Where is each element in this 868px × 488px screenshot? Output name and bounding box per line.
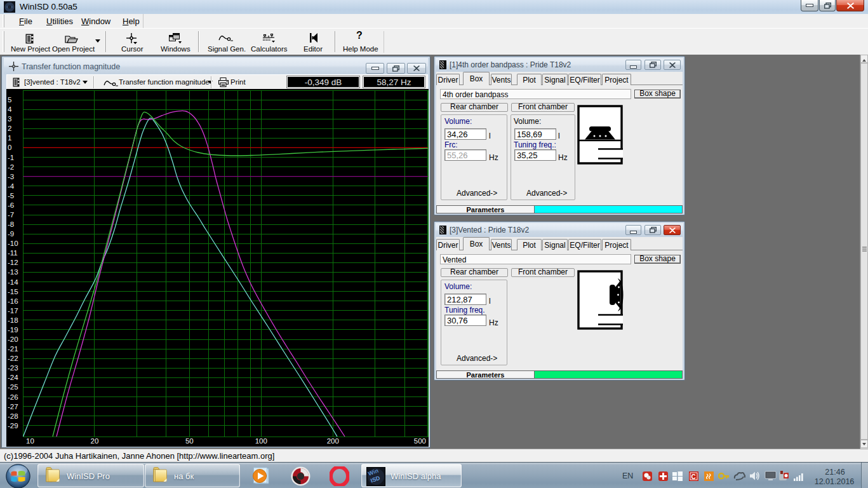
svg-text:-14: -14 (8, 278, 18, 286)
svg-text:20: 20 (91, 437, 99, 445)
svg-text:-12: -12 (8, 259, 18, 266)
svg-text:0: 0 (8, 144, 11, 151)
svg-text:-17: -17 (8, 307, 18, 315)
svg-text:-28: -28 (8, 412, 18, 420)
svg-text:-13: -13 (8, 268, 18, 276)
svg-text:-20: -20 (8, 336, 18, 343)
svg-text:-16: -16 (8, 297, 18, 305)
svg-text:-27: -27 (8, 403, 18, 410)
svg-text:500: 500 (414, 437, 426, 445)
svg-text:-19: -19 (8, 326, 18, 334)
svg-text:200: 200 (327, 437, 339, 445)
svg-text:-7: -7 (8, 211, 14, 219)
svg-text:-23: -23 (8, 364, 18, 372)
svg-text:-15: -15 (8, 288, 18, 295)
svg-text:-26: -26 (8, 393, 18, 401)
svg-text:-24: -24 (8, 374, 18, 381)
svg-text:-29: -29 (8, 422, 18, 430)
svg-text:-22: -22 (8, 355, 18, 362)
svg-text:50: 50 (185, 437, 194, 445)
svg-text:-21: -21 (8, 345, 18, 353)
svg-text:-25: -25 (8, 383, 18, 391)
svg-text:C: C (691, 473, 696, 480)
svg-text:-9: -9 (8, 230, 14, 238)
svg-text:-6: -6 (8, 201, 14, 209)
svg-text:100: 100 (255, 437, 267, 445)
svg-text:-2: -2 (8, 163, 14, 171)
svg-text:10: 10 (26, 437, 34, 445)
svg-text:-8: -8 (8, 220, 14, 228)
svg-text:-3: -3 (8, 173, 14, 180)
svg-text:2: 2 (8, 125, 11, 132)
svg-text:-4: -4 (8, 182, 15, 190)
svg-text:-18: -18 (8, 316, 18, 324)
svg-text:-5: -5 (8, 192, 14, 200)
svg-text:-1: -1 (8, 154, 14, 161)
svg-text:4: 4 (8, 105, 12, 113)
svg-text:-11: -11 (8, 249, 18, 257)
svg-text:3: 3 (8, 115, 11, 123)
svg-text:5: 5 (8, 96, 11, 104)
svg-text:1: 1 (8, 134, 11, 142)
svg-text:-10: -10 (8, 240, 18, 247)
